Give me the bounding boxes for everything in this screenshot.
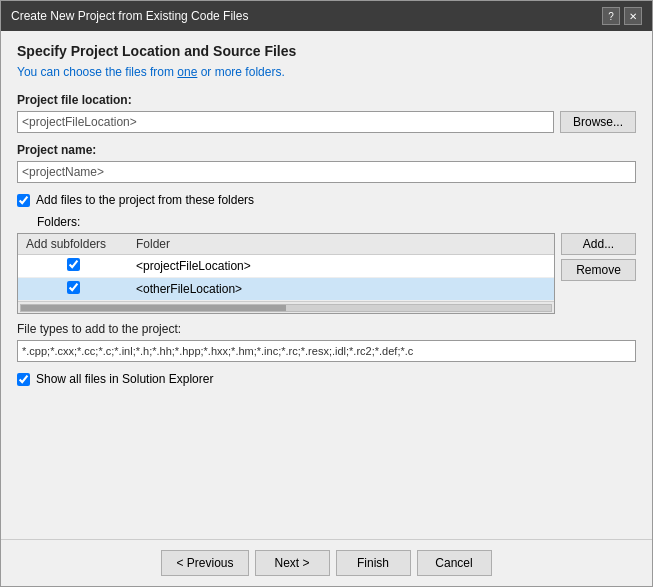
row2-subfolder-checkbox[interactable] bbox=[67, 281, 80, 294]
help-button[interactable]: ? bbox=[602, 7, 620, 25]
scroll-thumb bbox=[21, 305, 286, 311]
scroll-track bbox=[20, 304, 552, 312]
browse-button[interactable]: Browse... bbox=[560, 111, 636, 133]
cancel-button[interactable]: Cancel bbox=[417, 550, 492, 576]
finish-button[interactable]: Finish bbox=[336, 550, 411, 576]
next-button[interactable]: Next > bbox=[255, 550, 330, 576]
title-bar-buttons: ? ✕ bbox=[602, 7, 642, 25]
folders-table-wrapper: Add subfolders Folder <projectFileLocati… bbox=[17, 233, 555, 314]
file-types-label: File types to add to the project: bbox=[17, 322, 636, 336]
table-row[interactable]: <otherFileLocation> bbox=[18, 278, 554, 301]
project-name-label: Project name: bbox=[17, 143, 636, 157]
project-name-input[interactable] bbox=[17, 161, 636, 183]
show-all-files-checkbox[interactable] bbox=[17, 373, 30, 386]
close-button[interactable]: ✕ bbox=[624, 7, 642, 25]
add-folder-button[interactable]: Add... bbox=[561, 233, 636, 255]
folders-table: Add subfolders Folder <projectFileLocati… bbox=[18, 234, 554, 301]
add-files-checkbox-row: Add files to the project from these fold… bbox=[17, 193, 636, 207]
dialog-footer: < Previous Next > Finish Cancel bbox=[1, 539, 652, 586]
table-buttons: Add... Remove bbox=[561, 233, 636, 314]
folders-table-scroll[interactable]: Add subfolders Folder <projectFileLocati… bbox=[18, 234, 554, 301]
remove-folder-button[interactable]: Remove bbox=[561, 259, 636, 281]
col-folder: Folder bbox=[128, 234, 554, 255]
show-all-files-row: Show all files in Solution Explorer bbox=[17, 372, 636, 386]
folders-label: Folders: bbox=[37, 215, 636, 229]
project-file-location-input[interactable] bbox=[17, 111, 554, 133]
row1-folder: <projectFileLocation> bbox=[128, 255, 554, 278]
row2-folder: <otherFileLocation> bbox=[128, 278, 554, 301]
folders-container: Add subfolders Folder <projectFileLocati… bbox=[17, 233, 636, 314]
project-file-location-label: Project file location: bbox=[17, 93, 636, 107]
dialog-title: Create New Project from Existing Code Fi… bbox=[11, 9, 248, 23]
dialog: Create New Project from Existing Code Fi… bbox=[0, 0, 653, 587]
file-types-input[interactable] bbox=[17, 340, 636, 362]
folders-section: Folders: Add subfolders Folder bbox=[17, 215, 636, 314]
show-all-files-label: Show all files in Solution Explorer bbox=[36, 372, 213, 386]
add-files-label: Add files to the project from these fold… bbox=[36, 193, 254, 207]
previous-button[interactable]: < Previous bbox=[161, 550, 248, 576]
page-title: Specify Project Location and Source File… bbox=[17, 43, 636, 59]
horizontal-scrollbar[interactable] bbox=[18, 301, 554, 313]
content-area: Specify Project Location and Source File… bbox=[1, 31, 652, 539]
table-row[interactable]: <projectFileLocation> bbox=[18, 255, 554, 278]
row1-subfolder-checkbox[interactable] bbox=[67, 258, 80, 271]
add-files-checkbox[interactable] bbox=[17, 194, 30, 207]
page-subtitle: You can choose the files from one or mor… bbox=[17, 65, 636, 79]
col-subfolders: Add subfolders bbox=[18, 234, 128, 255]
title-bar: Create New Project from Existing Code Fi… bbox=[1, 1, 652, 31]
project-file-location-row: Browse... bbox=[17, 111, 636, 133]
project-name-row bbox=[17, 161, 636, 183]
